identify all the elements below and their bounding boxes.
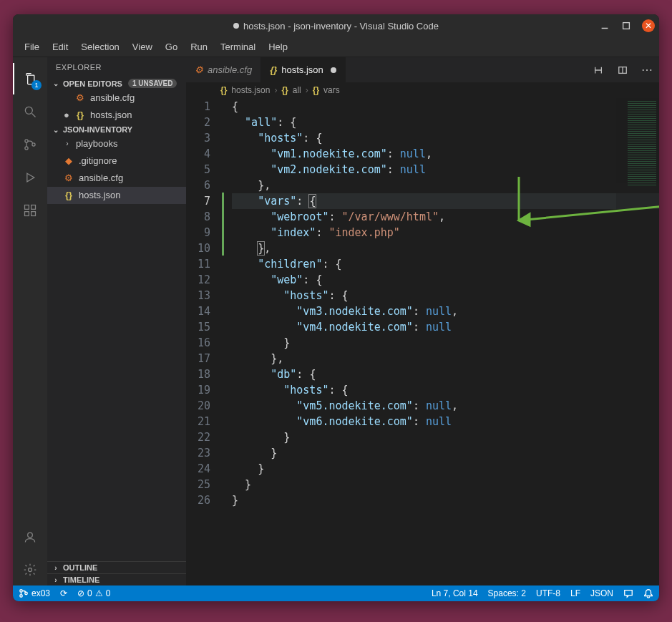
encoding[interactable]: UTF-8 bbox=[536, 588, 560, 598]
project-header[interactable]: ⌄ JSON-INVENTORY bbox=[47, 124, 186, 135]
svg-rect-11 bbox=[31, 205, 36, 210]
open-editors-header[interactable]: ⌄ OPEN EDITORS 1 UNSAVED bbox=[47, 77, 186, 89]
window-title: hosts.json - json-inventory - Visual Stu… bbox=[243, 21, 439, 31]
git-file-icon: ◆ bbox=[63, 154, 74, 168]
svg-rect-8 bbox=[25, 205, 29, 210]
svg-point-13 bbox=[29, 568, 32, 572]
sync-icon[interactable]: ⟳ bbox=[60, 588, 67, 598]
chevron-down-icon: ⌄ bbox=[52, 79, 60, 87]
indentation[interactable]: Spaces: 2 bbox=[488, 588, 526, 598]
timeline-header[interactable]: › TIMELINE bbox=[47, 573, 186, 585]
minimap[interactable] bbox=[616, 98, 659, 241]
settings-gear-icon[interactable] bbox=[13, 554, 47, 585]
title-dirty-dot bbox=[233, 23, 239, 29]
open-editor-item[interactable]: ● {} hosts.json bbox=[47, 107, 186, 124]
json-file-icon: {} bbox=[63, 188, 74, 203]
menu-edit[interactable]: Edit bbox=[47, 39, 74, 55]
outline-header[interactable]: › OUTLINE bbox=[47, 561, 186, 573]
svg-point-20 bbox=[20, 595, 23, 598]
menu-file[interactable]: File bbox=[19, 39, 45, 55]
json-file-icon: {} bbox=[220, 85, 227, 95]
sidebar-title: EXPLORER bbox=[47, 57, 186, 77]
tab-hosts-json[interactable]: {} hosts.json bbox=[261, 57, 346, 82]
cursor-position[interactable]: Ln 7, Col 14 bbox=[432, 588, 478, 598]
code-content[interactable]: { "all": { "hosts": { "vm1.nodekite.com"… bbox=[225, 98, 659, 585]
activity-bar: 1 bbox=[13, 57, 47, 585]
menu-run[interactable]: Run bbox=[185, 39, 213, 55]
chevron-right-icon: › bbox=[52, 564, 60, 572]
gear-file-icon: ⚙ bbox=[74, 91, 86, 105]
svg-point-6 bbox=[32, 143, 35, 146]
maximize-button[interactable] bbox=[620, 20, 632, 31]
split-editor-icon[interactable] bbox=[610, 57, 635, 82]
language-mode[interactable]: JSON bbox=[590, 588, 613, 598]
object-icon: {} bbox=[313, 85, 319, 95]
menu-terminal[interactable]: Terminal bbox=[215, 39, 261, 55]
menubar: File Edit Selection View Go Run Terminal… bbox=[13, 37, 659, 57]
chevron-down-icon: ⌄ bbox=[52, 126, 60, 134]
menu-go[interactable]: Go bbox=[160, 39, 183, 55]
feedback-icon[interactable] bbox=[623, 588, 633, 598]
minimize-button[interactable] bbox=[599, 20, 610, 31]
problems[interactable]: ⊘ 0 ⚠ 0 bbox=[77, 588, 110, 598]
code-editor[interactable]: 1234567891011121314151617181920212223242… bbox=[186, 98, 659, 585]
editor-tabs: ⚙ ansible.cfg {} hosts.json ⋯ bbox=[186, 57, 659, 82]
gear-file-icon: ⚙ bbox=[195, 64, 203, 75]
tree-file-ansible-cfg[interactable]: ⚙ ansible.cfg bbox=[47, 170, 186, 187]
editor-area: ⚙ ansible.cfg {} hosts.json ⋯ {} hosts.j… bbox=[186, 57, 659, 585]
tree-file-gitignore[interactable]: ◆ .gitignore bbox=[47, 152, 186, 170]
titlebar: hosts.json - json-inventory - Visual Stu… bbox=[13, 14, 659, 37]
search-icon[interactable] bbox=[13, 96, 47, 127]
accounts-icon[interactable] bbox=[13, 521, 47, 553]
svg-rect-9 bbox=[25, 212, 29, 216]
breadcrumb[interactable]: {} hosts.json › {} all › {} vars bbox=[186, 82, 659, 98]
more-actions-icon[interactable]: ⋯ bbox=[635, 57, 659, 82]
statusbar: ex03 ⟳ ⊘ 0 ⚠ 0 Ln 7, Col 14 Spaces: 2 UT… bbox=[13, 585, 659, 601]
explorer-badge: 1 bbox=[31, 80, 42, 90]
dirty-indicator-icon bbox=[331, 67, 336, 73]
eol[interactable]: LF bbox=[570, 588, 580, 598]
svg-line-3 bbox=[32, 114, 36, 117]
unsaved-badge: 1 UNSAVED bbox=[128, 79, 177, 88]
svg-rect-10 bbox=[31, 212, 36, 216]
run-debug-icon[interactable] bbox=[13, 162, 47, 193]
git-branch[interactable]: ex03 bbox=[19, 588, 50, 598]
menu-selection[interactable]: Selection bbox=[75, 39, 125, 55]
svg-marker-7 bbox=[27, 173, 34, 182]
svg-point-4 bbox=[25, 140, 28, 142]
gear-file-icon: ⚙ bbox=[63, 171, 74, 185]
object-icon: {} bbox=[281, 85, 288, 95]
compare-changes-icon[interactable] bbox=[586, 57, 610, 82]
explorer-icon[interactable]: 1 bbox=[13, 63, 47, 94]
tab-ansible-cfg[interactable]: ⚙ ansible.cfg bbox=[186, 57, 261, 82]
tree-folder-playbooks[interactable]: › playbooks bbox=[47, 135, 186, 152]
json-file-icon: {} bbox=[74, 108, 86, 122]
close-button[interactable]: ✕ bbox=[642, 19, 655, 32]
vscode-window: hosts.json - json-inventory - Visual Stu… bbox=[13, 14, 659, 601]
svg-point-5 bbox=[25, 147, 28, 150]
json-file-icon: {} bbox=[270, 64, 277, 75]
svg-point-2 bbox=[25, 107, 32, 114]
tree-file-hosts-json[interactable]: {} hosts.json bbox=[47, 187, 186, 204]
extensions-icon[interactable] bbox=[13, 195, 47, 226]
chevron-right-icon: › bbox=[52, 576, 60, 584]
sidebar: EXPLORER ⌄ OPEN EDITORS 1 UNSAVED ⚙ ansi… bbox=[47, 57, 186, 585]
svg-rect-1 bbox=[623, 23, 630, 29]
menu-help[interactable]: Help bbox=[263, 39, 293, 55]
svg-point-12 bbox=[28, 533, 33, 538]
source-control-icon[interactable] bbox=[13, 129, 47, 160]
line-number-gutter: 1234567891011121314151617181920212223242… bbox=[186, 98, 222, 585]
svg-point-19 bbox=[20, 590, 23, 593]
open-editor-item[interactable]: ⚙ ansible.cfg bbox=[47, 89, 186, 107]
menu-view[interactable]: View bbox=[127, 39, 158, 55]
notifications-icon[interactable] bbox=[643, 588, 653, 598]
